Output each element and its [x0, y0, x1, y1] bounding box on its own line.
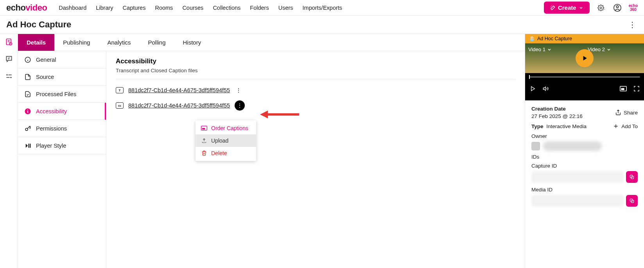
owner-name-redacted — [543, 141, 602, 151]
nav-rooms[interactable]: Rooms — [155, 5, 173, 11]
owner-section: Owner — [531, 133, 638, 151]
subnav-player-style[interactable]: Player Style — [18, 137, 106, 154]
create-button[interactable]: Create — [544, 2, 590, 14]
subnav-label: Accessibility — [36, 108, 67, 114]
cc-icon: cc — [201, 126, 207, 130]
tab-publishing[interactable]: Publishing — [54, 34, 99, 51]
tab-history[interactable]: History — [174, 34, 210, 51]
nav-collections[interactable]: Collections — [213, 5, 240, 11]
left-column: Details Publishing Analytics Polling His… — [18, 34, 525, 268]
echo360-logo[interactable]: echo360 — [629, 4, 638, 12]
player-header: 🧁 Ad Hoc Capture — [525, 34, 644, 43]
copy-icon — [629, 174, 635, 180]
media-id-field — [531, 195, 638, 207]
upload-icon — [201, 138, 207, 143]
player-controls: cc — [525, 81, 644, 96]
nav-library[interactable]: Library — [96, 5, 113, 11]
type-label: Type — [531, 123, 544, 129]
caption-file-link[interactable]: 881dc2f7-Cb1d-4e44-A675-3df5ff594f55 — [128, 102, 230, 109]
copy-capture-id-button[interactable] — [626, 171, 638, 183]
owner-row — [531, 141, 638, 151]
fullscreen-icon[interactable] — [633, 85, 640, 92]
video-thumbnails: Video 1 Video 2 — [525, 43, 644, 73]
menu-order-captions[interactable]: cc Order Captions — [196, 122, 256, 134]
add-to-button[interactable]: Add To — [613, 123, 638, 129]
media-id-value-redacted — [531, 195, 624, 207]
svg-point-2 — [616, 5, 619, 8]
type-row: Type Interactive Media Add To — [531, 123, 638, 129]
nav-courses[interactable]: Courses — [182, 5, 203, 11]
svg-marker-22 — [260, 111, 268, 118]
subnav-label: Player Style — [36, 143, 66, 149]
subnav-label: Processed Files — [36, 91, 76, 97]
type-value: Interactive Media — [546, 123, 587, 129]
annotation-arrow — [260, 110, 299, 119]
capture-id-value-redacted — [531, 171, 624, 183]
video-1-label: Video 1 — [528, 46, 552, 52]
volume-icon[interactable] — [542, 85, 549, 92]
subnav-label: General — [36, 57, 56, 63]
logo[interactable]: echovideo — [6, 3, 47, 13]
settings-gear-icon[interactable] — [597, 4, 606, 12]
nav-captures[interactable]: Captures — [123, 5, 146, 11]
rail-settings-icon[interactable] — [4, 71, 14, 81]
account-icon[interactable] — [613, 4, 622, 12]
tabs-row: Details Publishing Analytics Polling His… — [18, 34, 525, 51]
caption-actions-kebab-icon[interactable]: ⋮ — [235, 100, 245, 111]
nav-folders[interactable]: Folders — [250, 5, 269, 11]
top-right-icons: echo360 — [590, 4, 638, 12]
svg-point-11 — [27, 109, 28, 110]
subnav-processed-files[interactable]: Processed Files — [18, 86, 106, 103]
menu-upload[interactable]: Upload — [196, 134, 256, 147]
capture-id-field — [531, 171, 638, 183]
magic-wand-icon — [550, 5, 556, 11]
rail-comments-icon[interactable] — [4, 54, 14, 64]
subnav-accessibility[interactable]: Accessibility — [18, 103, 106, 120]
file-icon — [24, 73, 31, 80]
transcript-file-link[interactable]: 881dc2f7-Cb1d-4e44-A675-3df5ff594f55 — [128, 87, 230, 93]
ids-label: IDs — [531, 154, 638, 160]
subnav-label: Permissions — [36, 125, 67, 132]
share-button[interactable]: Share — [615, 109, 638, 116]
creation-date-label: Creation Date — [531, 106, 583, 112]
subnav-permissions[interactable]: Permissions — [18, 120, 106, 137]
tab-polling[interactable]: Polling — [139, 34, 174, 51]
video-2-label: Video 2 — [588, 46, 611, 52]
transcript-file-row: T 881dc2f7-Cb1d-4e44-A675-3df5ff594f55 ⋮ — [116, 86, 515, 94]
play-button[interactable] — [576, 49, 594, 67]
copy-media-id-button[interactable] — [626, 195, 638, 207]
owner-label: Owner — [531, 133, 638, 139]
page-title: Ad Hoc Capture — [6, 20, 627, 30]
transcript-actions-kebab-icon[interactable]: ⋮ — [235, 86, 242, 94]
svg-point-5 — [6, 74, 7, 75]
logo-part2: video — [25, 3, 47, 13]
rail-details-icon[interactable] — [4, 37, 14, 46]
logo-part1: echo — [6, 3, 25, 13]
subnav-source[interactable]: Source — [18, 68, 106, 86]
chevron-down-icon — [606, 47, 611, 52]
tab-analytics[interactable]: Analytics — [99, 34, 139, 51]
nav-dashboard[interactable]: Dashboard — [59, 5, 86, 11]
cc-icon: cc — [116, 102, 124, 109]
svg-rect-8 — [6, 77, 9, 78]
plus-icon — [613, 123, 619, 129]
title-bar: Ad Hoc Capture ⋮ — [0, 16, 644, 34]
nav-imports-exports[interactable]: Imports/Exports — [303, 5, 343, 11]
page-actions-kebab-icon[interactable]: ⋮ — [627, 18, 638, 31]
svg-rect-6 — [8, 75, 11, 75]
chevron-down-icon — [547, 47, 552, 52]
create-label: Create — [558, 4, 576, 11]
player-title: Ad Hoc Capture — [537, 36, 572, 41]
tab-details[interactable]: Details — [18, 34, 54, 51]
svg-point-0 — [600, 7, 601, 8]
copy-icon — [629, 198, 635, 204]
caption-context-menu: cc Order Captions Upload Delete — [196, 120, 256, 161]
nav-users[interactable]: Users — [278, 5, 293, 11]
player-timeline[interactable] — [525, 73, 644, 81]
key-icon — [24, 125, 31, 132]
subnav-general[interactable]: General — [18, 51, 106, 68]
menu-delete[interactable]: Delete — [196, 147, 256, 159]
content-heading: Accessibility — [116, 57, 515, 65]
cc-toggle-icon[interactable]: cc — [620, 85, 627, 92]
play-icon[interactable] — [529, 85, 536, 92]
